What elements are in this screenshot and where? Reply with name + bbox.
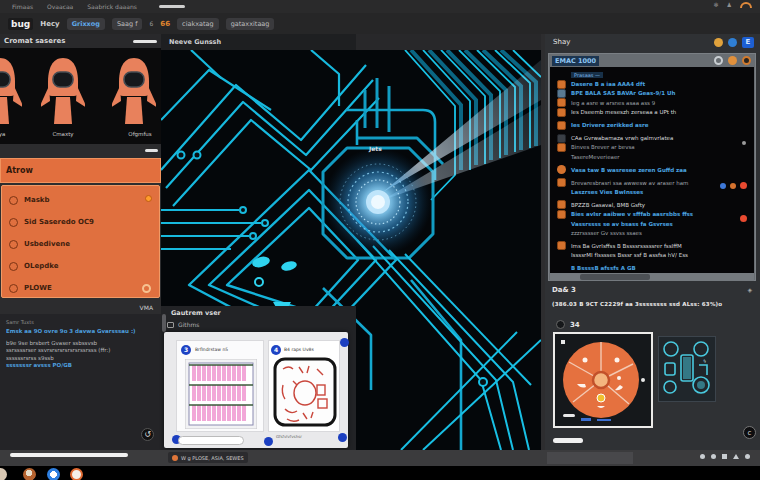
tray-icon[interactable] [722,454,727,459]
browser-logo-icon[interactable] [740,2,752,8]
row-icon [557,187,566,196]
mascot-avatar[interactable] [112,56,156,130]
log-row[interactable]: TasereMeverieaer [550,152,754,161]
tab-home[interactable]: Hecy [40,20,59,28]
window-btn-maximize[interactable] [728,56,737,65]
log-row[interactable]: Bies avIsr aaibwe v sfffab aasrsbbs ffss [550,210,754,219]
log-row[interactable]: IssssrMI fIsssses Bsssr ssf B assfsa hV/… [550,251,754,260]
whiteboard-card: 3 BrfIndrstaw n5 4 B4 raps Uv8s [164,332,348,448]
toolbar-deg: 6 [149,20,153,27]
panel-scrollbar[interactable] [162,314,166,332]
menu-item[interactable]: Saabrick daaans [87,3,137,10]
orange-menu-item[interactable]: PLOWE [2,277,159,299]
row-icon [557,152,566,161]
app-icon-globe[interactable] [23,468,36,480]
tab-chip2[interactable]: gataxxitaag [226,18,275,30]
diagram-card-2[interactable]: 4 B4 raps Uv8s [268,340,340,432]
tray-icon[interactable] [745,454,750,459]
mascot-avatar[interactable] [0,56,22,130]
log-row[interactable]: Ieg a asre w arsnes asaa ass 9 [550,98,754,107]
log-row[interactable]: BPE BALA SAS BAVAr Geas-9/1 Uh [550,89,754,98]
right-panel-title: Shay [553,38,570,46]
app-icon-blue[interactable]: E [742,37,754,48]
app-icon-files[interactable] [0,468,7,480]
star-icon[interactable]: ✻ [714,1,719,8]
log-row[interactable]: Prasaas — [550,70,754,79]
orange-panel-header[interactable]: Atrow [0,158,161,183]
orange-menu-item[interactable]: Maskb [2,189,159,211]
menu-item-label: Sid Saseredo OC9 [24,218,94,226]
pie-image-card[interactable] [553,332,653,428]
app-icon-ring[interactable] [70,468,83,480]
tab-active[interactable]: Grixxog [67,18,105,30]
orange-panel-title: Atrow [6,166,33,175]
orange-menu-item[interactable]: Usbedivene [2,233,159,255]
section-icon[interactable]: ◈ [747,286,752,293]
log-row[interactable]: Ies Dseemb meseszh zerseaa a UPt th [550,108,754,117]
menu-item-icon [9,262,18,271]
log-row[interactable]: CAa Gvrwabamaza vrwh galmvrIatea [550,133,754,142]
row-icon [557,251,566,260]
menu-item[interactable]: Fimaas [12,3,33,10]
window-title: EMAC 1000 [552,56,599,66]
row-icon [557,89,566,98]
menu-item-label: PLOWE [24,284,52,292]
whiteboard-subtitle-row: Githms [167,321,199,328]
window-titlebar[interactable]: EMAC 1000 [549,54,755,67]
item-count-row: 34 [556,320,580,329]
row-icon [557,80,566,89]
app-icon-blue[interactable] [47,468,60,480]
whiteboard-subtitle: Githms [178,321,199,328]
row-icon [557,219,566,228]
row-icon [557,200,566,209]
input-pill[interactable] [178,436,244,445]
row-icon [557,98,566,107]
left-panel-title: Cromat saseres [4,37,65,45]
menu-item-icon [9,196,18,205]
row-icon [557,121,566,130]
log-row[interactable]: BPZZB Gasaval, BMB Gsfty [550,200,754,209]
log-row[interactable]: Vassrssss se av bsass fa Gsvrses [550,219,754,228]
app-logo[interactable]: bug [8,18,33,30]
taskbar-task[interactable] [547,452,633,464]
mascot-avatar[interactable] [41,56,85,130]
log-row[interactable]: Vasa taw B wasresee zeren Guffd zaa [550,165,754,174]
person-icon[interactable]: ♟ [727,1,732,8]
refresh-icon[interactable]: ↺ [141,428,154,441]
orange-menu-item[interactable]: OLepdke [2,255,159,277]
row-icon [557,210,566,219]
tab-chip1[interactable]: ciakxatag [177,18,219,30]
tray-icon[interactable] [711,454,716,459]
log-row[interactable]: zzzrsssser Gv ssvss ssaes [550,228,754,237]
orange-menu-item[interactable]: Sid Saseredo OC9 [2,211,159,233]
log-row[interactable]: Ims Ba GvrIsffss B Bssssrsssssrer fssIff… [550,241,754,250]
log-row[interactable]: Ies Drivere zerikked asre [550,120,754,129]
log-row[interactable]: Dasere B a iaa AAA4 dft [550,79,754,88]
tray-icon[interactable] [700,454,705,459]
window-btn-minimize[interactable] [714,56,723,65]
schematic-image-card[interactable]: ϟ [658,336,716,402]
item-count: 34 [570,321,580,329]
log-row[interactable]: Binves Brever ar bevsa [550,143,754,152]
menu-item-label: OLepdke [24,262,58,270]
center-panel-title: Neeve Gunssh [169,38,221,46]
taskbar-chip[interactable]: W g PLOSE, ASIA, SEWES [168,452,248,463]
status-dot-blue[interactable] [728,38,737,47]
mascot-panel: ya Cmaxty Ofgmfus [0,48,161,144]
log-row[interactable]: B BssssB afssfs A GB [550,264,754,273]
horizontal-scrollbar[interactable] [550,273,754,281]
system-tray [700,454,750,459]
bar-grid-diagram [185,359,257,429]
row-icon [557,134,566,143]
window-btn-close[interactable] [742,56,751,65]
count-icon [556,320,565,329]
orb-label: Jets [368,145,382,153]
tray-icon[interactable] [733,454,739,459]
diagram-card-1[interactable]: 3 BrfIndrstaw n5 [176,340,264,432]
copyright-button[interactable]: c [743,426,756,439]
browser-toolbar: bug Hecy Grixxog Saag f 6 66 ciakxatag g… [0,13,760,34]
menu-item[interactable]: Ovaacaa [47,3,73,10]
tab-saag[interactable]: Saag f [112,18,143,30]
diagram-caption: Gfsfvlvfvshsr [276,434,302,439]
status-dot-orange[interactable] [714,38,723,47]
